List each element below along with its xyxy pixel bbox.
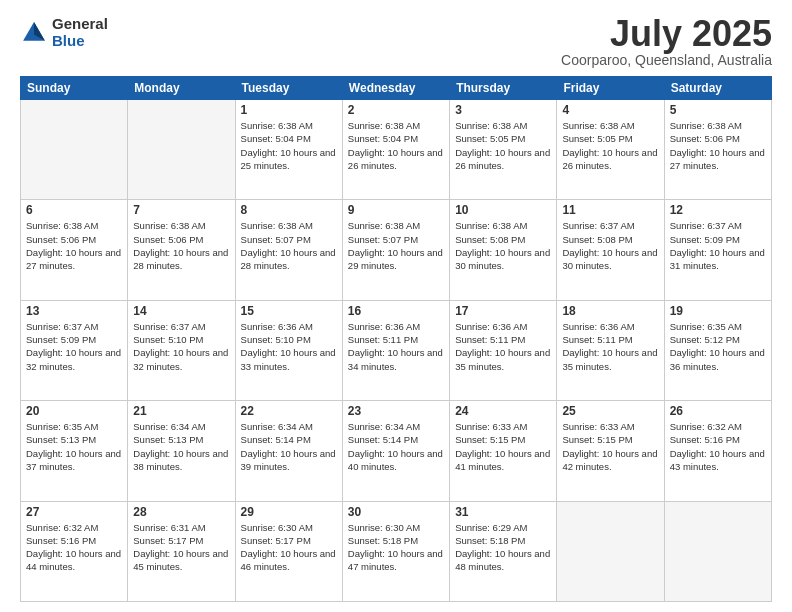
- day-header-thursday: Thursday: [450, 77, 557, 100]
- calendar-cell: 30Sunrise: 6:30 AM Sunset: 5:18 PM Dayli…: [342, 501, 449, 601]
- day-number: 2: [348, 103, 444, 117]
- day-detail: Sunrise: 6:34 AM Sunset: 5:13 PM Dayligh…: [133, 420, 229, 473]
- day-header-wednesday: Wednesday: [342, 77, 449, 100]
- day-number: 18: [562, 304, 658, 318]
- calendar-cell: 15Sunrise: 6:36 AM Sunset: 5:10 PM Dayli…: [235, 300, 342, 400]
- day-detail: Sunrise: 6:35 AM Sunset: 5:12 PM Dayligh…: [670, 320, 766, 373]
- calendar-cell: 21Sunrise: 6:34 AM Sunset: 5:13 PM Dayli…: [128, 401, 235, 501]
- day-number: 4: [562, 103, 658, 117]
- day-header-monday: Monday: [128, 77, 235, 100]
- week-row-4: 27Sunrise: 6:32 AM Sunset: 5:16 PM Dayli…: [21, 501, 772, 601]
- logo-icon: [20, 19, 48, 47]
- day-detail: Sunrise: 6:34 AM Sunset: 5:14 PM Dayligh…: [241, 420, 337, 473]
- day-number: 17: [455, 304, 551, 318]
- day-detail: Sunrise: 6:38 AM Sunset: 5:07 PM Dayligh…: [241, 219, 337, 272]
- day-number: 29: [241, 505, 337, 519]
- day-detail: Sunrise: 6:29 AM Sunset: 5:18 PM Dayligh…: [455, 521, 551, 574]
- day-detail: Sunrise: 6:38 AM Sunset: 5:07 PM Dayligh…: [348, 219, 444, 272]
- day-detail: Sunrise: 6:38 AM Sunset: 5:06 PM Dayligh…: [26, 219, 122, 272]
- logo-general: General: [52, 16, 108, 33]
- day-detail: Sunrise: 6:32 AM Sunset: 5:16 PM Dayligh…: [26, 521, 122, 574]
- calendar-cell: 11Sunrise: 6:37 AM Sunset: 5:08 PM Dayli…: [557, 200, 664, 300]
- day-number: 15: [241, 304, 337, 318]
- calendar-cell: 4Sunrise: 6:38 AM Sunset: 5:05 PM Daylig…: [557, 100, 664, 200]
- day-detail: Sunrise: 6:38 AM Sunset: 5:04 PM Dayligh…: [241, 119, 337, 172]
- day-number: 27: [26, 505, 122, 519]
- week-row-2: 13Sunrise: 6:37 AM Sunset: 5:09 PM Dayli…: [21, 300, 772, 400]
- day-number: 11: [562, 203, 658, 217]
- calendar-cell: 8Sunrise: 6:38 AM Sunset: 5:07 PM Daylig…: [235, 200, 342, 300]
- calendar-cell: 18Sunrise: 6:36 AM Sunset: 5:11 PM Dayli…: [557, 300, 664, 400]
- day-detail: Sunrise: 6:33 AM Sunset: 5:15 PM Dayligh…: [455, 420, 551, 473]
- day-header-friday: Friday: [557, 77, 664, 100]
- day-detail: Sunrise: 6:38 AM Sunset: 5:06 PM Dayligh…: [133, 219, 229, 272]
- day-number: 22: [241, 404, 337, 418]
- day-number: 26: [670, 404, 766, 418]
- day-detail: Sunrise: 6:30 AM Sunset: 5:17 PM Dayligh…: [241, 521, 337, 574]
- calendar-cell: [664, 501, 771, 601]
- calendar-cell: 20Sunrise: 6:35 AM Sunset: 5:13 PM Dayli…: [21, 401, 128, 501]
- day-detail: Sunrise: 6:38 AM Sunset: 5:06 PM Dayligh…: [670, 119, 766, 172]
- day-number: 10: [455, 203, 551, 217]
- day-detail: Sunrise: 6:35 AM Sunset: 5:13 PM Dayligh…: [26, 420, 122, 473]
- title-location: Coorparoo, Queensland, Australia: [561, 52, 772, 68]
- calendar-cell: 2Sunrise: 6:38 AM Sunset: 5:04 PM Daylig…: [342, 100, 449, 200]
- title-month: July 2025: [561, 16, 772, 52]
- calendar-cell: 28Sunrise: 6:31 AM Sunset: 5:17 PM Dayli…: [128, 501, 235, 601]
- day-detail: Sunrise: 6:38 AM Sunset: 5:04 PM Dayligh…: [348, 119, 444, 172]
- day-detail: Sunrise: 6:37 AM Sunset: 5:09 PM Dayligh…: [26, 320, 122, 373]
- calendar-cell: 25Sunrise: 6:33 AM Sunset: 5:15 PM Dayli…: [557, 401, 664, 501]
- logo-text: General Blue: [52, 16, 108, 49]
- day-number: 31: [455, 505, 551, 519]
- calendar-cell: 10Sunrise: 6:38 AM Sunset: 5:08 PM Dayli…: [450, 200, 557, 300]
- day-number: 13: [26, 304, 122, 318]
- calendar-header: SundayMondayTuesdayWednesdayThursdayFrid…: [21, 77, 772, 100]
- day-number: 16: [348, 304, 444, 318]
- calendar-table: SundayMondayTuesdayWednesdayThursdayFrid…: [20, 76, 772, 602]
- logo: General Blue: [20, 16, 108, 49]
- day-detail: Sunrise: 6:37 AM Sunset: 5:09 PM Dayligh…: [670, 219, 766, 272]
- calendar-cell: 24Sunrise: 6:33 AM Sunset: 5:15 PM Dayli…: [450, 401, 557, 501]
- day-number: 14: [133, 304, 229, 318]
- day-detail: Sunrise: 6:38 AM Sunset: 5:08 PM Dayligh…: [455, 219, 551, 272]
- day-detail: Sunrise: 6:33 AM Sunset: 5:15 PM Dayligh…: [562, 420, 658, 473]
- day-number: 21: [133, 404, 229, 418]
- day-number: 1: [241, 103, 337, 117]
- logo-blue: Blue: [52, 33, 108, 50]
- day-detail: Sunrise: 6:36 AM Sunset: 5:11 PM Dayligh…: [455, 320, 551, 373]
- page: General Blue July 2025 Coorparoo, Queens…: [0, 0, 792, 612]
- day-detail: Sunrise: 6:30 AM Sunset: 5:18 PM Dayligh…: [348, 521, 444, 574]
- week-row-1: 6Sunrise: 6:38 AM Sunset: 5:06 PM Daylig…: [21, 200, 772, 300]
- day-number: 28: [133, 505, 229, 519]
- day-number: 6: [26, 203, 122, 217]
- day-detail: Sunrise: 6:31 AM Sunset: 5:17 PM Dayligh…: [133, 521, 229, 574]
- day-header-saturday: Saturday: [664, 77, 771, 100]
- week-row-3: 20Sunrise: 6:35 AM Sunset: 5:13 PM Dayli…: [21, 401, 772, 501]
- calendar-cell: 16Sunrise: 6:36 AM Sunset: 5:11 PM Dayli…: [342, 300, 449, 400]
- calendar-body: 1Sunrise: 6:38 AM Sunset: 5:04 PM Daylig…: [21, 100, 772, 602]
- calendar-cell: 29Sunrise: 6:30 AM Sunset: 5:17 PM Dayli…: [235, 501, 342, 601]
- day-number: 30: [348, 505, 444, 519]
- day-number: 9: [348, 203, 444, 217]
- day-header-sunday: Sunday: [21, 77, 128, 100]
- day-detail: Sunrise: 6:32 AM Sunset: 5:16 PM Dayligh…: [670, 420, 766, 473]
- calendar-cell: 13Sunrise: 6:37 AM Sunset: 5:09 PM Dayli…: [21, 300, 128, 400]
- week-row-0: 1Sunrise: 6:38 AM Sunset: 5:04 PM Daylig…: [21, 100, 772, 200]
- calendar-cell: 23Sunrise: 6:34 AM Sunset: 5:14 PM Dayli…: [342, 401, 449, 501]
- day-number: 3: [455, 103, 551, 117]
- calendar-cell: 9Sunrise: 6:38 AM Sunset: 5:07 PM Daylig…: [342, 200, 449, 300]
- calendar-cell: 31Sunrise: 6:29 AM Sunset: 5:18 PM Dayli…: [450, 501, 557, 601]
- calendar-cell: 6Sunrise: 6:38 AM Sunset: 5:06 PM Daylig…: [21, 200, 128, 300]
- calendar-cell: 17Sunrise: 6:36 AM Sunset: 5:11 PM Dayli…: [450, 300, 557, 400]
- day-number: 8: [241, 203, 337, 217]
- calendar-cell: 12Sunrise: 6:37 AM Sunset: 5:09 PM Dayli…: [664, 200, 771, 300]
- calendar-cell: 27Sunrise: 6:32 AM Sunset: 5:16 PM Dayli…: [21, 501, 128, 601]
- calendar-cell: 14Sunrise: 6:37 AM Sunset: 5:10 PM Dayli…: [128, 300, 235, 400]
- day-detail: Sunrise: 6:38 AM Sunset: 5:05 PM Dayligh…: [455, 119, 551, 172]
- calendar-cell: 19Sunrise: 6:35 AM Sunset: 5:12 PM Dayli…: [664, 300, 771, 400]
- day-detail: Sunrise: 6:37 AM Sunset: 5:10 PM Dayligh…: [133, 320, 229, 373]
- header-row: SundayMondayTuesdayWednesdayThursdayFrid…: [21, 77, 772, 100]
- day-number: 19: [670, 304, 766, 318]
- day-number: 7: [133, 203, 229, 217]
- calendar-cell: 3Sunrise: 6:38 AM Sunset: 5:05 PM Daylig…: [450, 100, 557, 200]
